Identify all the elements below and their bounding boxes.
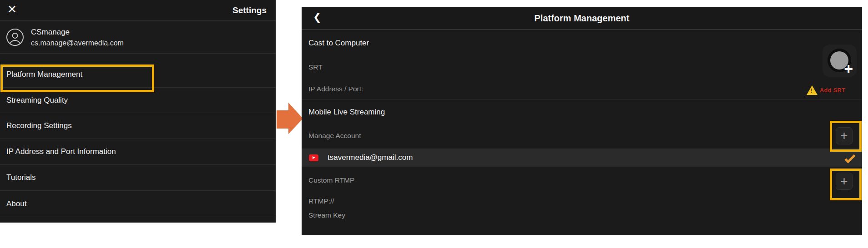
menu-label: Tutorials bbox=[6, 173, 36, 182]
mobile-live-streaming-header: Mobile Live Streaming bbox=[308, 108, 385, 117]
settings-title: Settings bbox=[232, 5, 267, 15]
user-avatar-icon bbox=[6, 29, 24, 46]
arrow-head-icon bbox=[288, 103, 303, 134]
menu-label: Recording Settings bbox=[6, 121, 72, 130]
profile-row[interactable]: CSmanage cs.manage@avermedia.com bbox=[0, 21, 276, 54]
youtube-account-row[interactable]: tsavermedia@gmail.com bbox=[302, 149, 862, 167]
settings-screen: ✕ Settings CSmanage cs.manage@avermedia.… bbox=[0, 0, 276, 223]
stream-key-label: Stream Key bbox=[308, 211, 345, 219]
add-cast-device-button[interactable]: + bbox=[823, 45, 857, 77]
screenshot-stage: ✕ Settings CSmanage cs.manage@avermedia.… bbox=[0, 0, 868, 248]
srt-label: SRT bbox=[308, 63, 323, 71]
menu-label: Streaming Quality bbox=[6, 96, 68, 105]
rtmp-url-label: RTMP:// bbox=[308, 197, 334, 205]
sidebar-item-ip-address-port[interactable]: IP Address and Port Information bbox=[0, 139, 276, 165]
sidebar-item-tutorials[interactable]: Tutorials bbox=[0, 165, 276, 191]
ip-address-port-label: IP Address / Port: bbox=[308, 85, 363, 93]
custom-rtmp-label: Custom RTMP bbox=[308, 176, 354, 184]
platform-topbar: ❮ Platform Management bbox=[302, 7, 862, 30]
youtube-icon bbox=[309, 154, 318, 161]
add-srt-warning-text: Add SRT bbox=[820, 87, 845, 94]
settings-topbar: ✕ Settings bbox=[0, 0, 276, 21]
section-divider bbox=[302, 99, 862, 99]
arrow-icon bbox=[277, 110, 289, 129]
close-icon[interactable]: ✕ bbox=[7, 4, 17, 15]
plus-icon: + bbox=[844, 61, 853, 76]
manage-account-label: Manage Account bbox=[308, 132, 361, 140]
profile-name: CSmanage bbox=[31, 28, 124, 37]
platform-management-screen: ❮ Platform Management Cast to Computer S… bbox=[302, 7, 862, 235]
menu-label: Platform Management bbox=[6, 70, 82, 79]
account-email: tsavermedia@gmail.com bbox=[328, 153, 413, 162]
warning-exclamation: ! bbox=[811, 88, 812, 94]
profile-email: cs.manage@avermedia.com bbox=[31, 39, 124, 47]
sidebar-item-platform-management[interactable]: Platform Management bbox=[0, 54, 276, 88]
add-rtmp-button[interactable]: + bbox=[836, 173, 853, 190]
add-account-button[interactable]: + bbox=[836, 127, 853, 144]
sidebar-item-recording-settings[interactable]: Recording Settings bbox=[0, 113, 276, 139]
sidebar-item-streaming-quality[interactable]: Streaming Quality bbox=[0, 88, 276, 113]
sidebar-item-about[interactable]: About bbox=[0, 191, 276, 217]
page-title: Platform Management bbox=[302, 13, 862, 24]
cast-to-computer-header: Cast to Computer bbox=[308, 39, 369, 48]
menu-label: About bbox=[6, 199, 26, 208]
menu-label: IP Address and Port Information bbox=[6, 147, 116, 156]
